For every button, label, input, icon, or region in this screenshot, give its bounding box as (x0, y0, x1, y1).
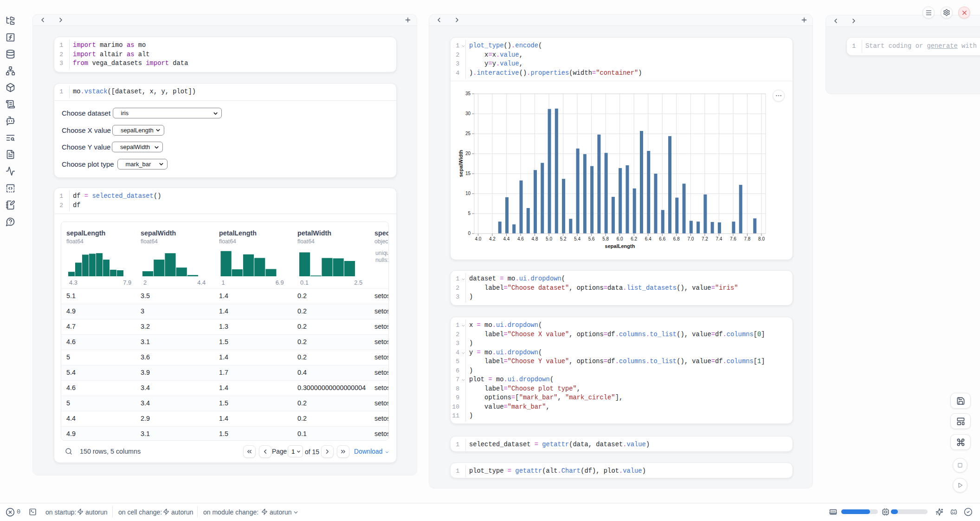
svg-text:20: 20 (465, 151, 471, 156)
svg-text:25: 25 (465, 131, 471, 136)
svg-text:5.6: 5.6 (588, 236, 595, 241)
svg-text:5.4: 5.4 (574, 236, 580, 241)
svg-text:sepalWidth: sepalWidth (458, 150, 464, 177)
svg-text:4.0: 4.0 (475, 236, 481, 241)
svg-text:6.4: 6.4 (645, 236, 651, 241)
svg-text:4.6: 4.6 (517, 236, 524, 241)
svg-text:7.6: 7.6 (730, 236, 736, 241)
svg-text:5.8: 5.8 (602, 236, 609, 241)
svg-text:4.4: 4.4 (503, 236, 510, 241)
svg-text:10: 10 (465, 191, 471, 196)
svg-text:0: 0 (468, 231, 471, 236)
svg-text:15: 15 (465, 171, 471, 176)
svg-text:6.0: 6.0 (617, 236, 623, 241)
svg-text:35: 35 (465, 91, 471, 96)
svg-text:7.2: 7.2 (702, 236, 708, 241)
svg-text:30: 30 (465, 111, 471, 116)
svg-text:6.6: 6.6 (659, 236, 665, 241)
svg-text:7.8: 7.8 (744, 236, 751, 241)
svg-text:5: 5 (468, 211, 471, 216)
svg-text:4.2: 4.2 (489, 236, 496, 241)
svg-text:7.4: 7.4 (716, 236, 722, 241)
svg-text:5.0: 5.0 (546, 236, 552, 241)
svg-text:4.8: 4.8 (532, 236, 538, 241)
svg-text:7.0: 7.0 (687, 236, 694, 241)
svg-text:sepalLength: sepalLength (605, 243, 635, 249)
svg-text:6.8: 6.8 (673, 236, 680, 241)
svg-text:6.2: 6.2 (631, 236, 637, 241)
svg-text:8.0: 8.0 (758, 236, 765, 241)
svg-text:5.2: 5.2 (560, 236, 567, 241)
